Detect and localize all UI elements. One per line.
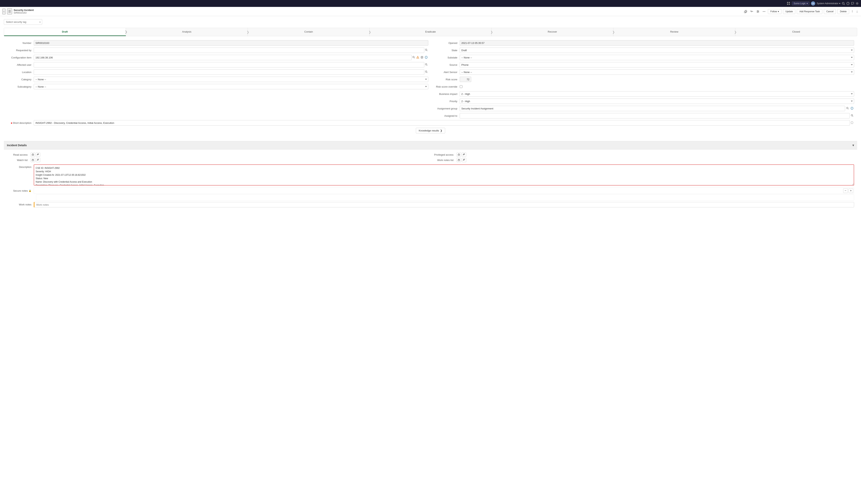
stage-tab-contain[interactable]: Contain: [248, 28, 370, 36]
delete-button[interactable]: Delete: [837, 9, 849, 14]
work-notes-section: Work notes: [4, 202, 857, 207]
svg-point-37: [851, 114, 853, 116]
activity-button[interactable]: [750, 9, 754, 14]
svg-rect-42: [32, 160, 34, 161]
access-right-column: Privileged access: [433, 152, 854, 162]
business-impact-select[interactable]: 2 - High: [460, 91, 854, 97]
more-button[interactable]: [762, 9, 766, 14]
up-arrow-button[interactable]: ↑: [851, 9, 854, 14]
requested-by-search-icon[interactable]: [424, 48, 428, 52]
state-select[interactable]: Draft: [460, 47, 854, 53]
alert-sensor-select[interactable]: -- None --: [460, 69, 854, 75]
subcategory-select[interactable]: -- None --: [34, 84, 428, 89]
svg-point-16: [764, 11, 764, 12]
activity-icon: [750, 10, 753, 13]
privileged-access-lock-icon[interactable]: [457, 152, 461, 157]
down-arrow-button[interactable]: ↓: [856, 9, 859, 14]
secure-notes-label: Secure notes 🔒: [7, 189, 34, 192]
location-search-icon[interactable]: [424, 70, 428, 74]
security-tag-select[interactable]: Select security tag: [4, 19, 42, 25]
short-description-row: Short description i: [4, 120, 857, 125]
category-select[interactable]: -- None --: [34, 77, 428, 82]
svg-point-31: [425, 71, 427, 72]
description-textarea[interactable]: CSE ID: INSIGHT-2992 Severity: HIGH Insi…: [34, 164, 854, 186]
stage-tab-recover[interactable]: Recover: [492, 28, 613, 36]
incident-details-header[interactable]: Incident Details ▾: [4, 141, 857, 149]
assigned-to-field: [460, 113, 854, 119]
secure-notes-plus-button[interactable]: +: [849, 188, 853, 193]
secure-notes-minus-button[interactable]: −: [843, 188, 848, 193]
toolbar: Follow ▾ Update Add Response Task Cancel…: [743, 9, 859, 14]
user-avatar: SA: [811, 1, 815, 5]
follow-button[interactable]: Follow ▾: [768, 9, 781, 14]
opened-row: Opened: [433, 40, 854, 46]
requested-by-input[interactable]: [34, 47, 424, 53]
help-button[interactable]: ?: [846, 2, 849, 5]
svg-point-4: [842, 2, 844, 4]
work-notes-label: Work notes: [7, 202, 34, 206]
assignment-group-search-icon[interactable]: [846, 107, 849, 110]
add-response-label: Add Response Task: [799, 10, 820, 13]
config-item-search-icon[interactable]: [412, 56, 416, 59]
back-button[interactable]: ‹: [2, 9, 5, 14]
stage-tab-review[interactable]: Review: [613, 28, 735, 36]
config-item-alert-icon[interactable]: [416, 56, 420, 59]
watch-list-share-icon[interactable]: [36, 158, 40, 162]
svg-point-12: [757, 10, 758, 11]
work-notes-list-share-icon[interactable]: [462, 158, 466, 162]
stage-tab-analysis[interactable]: Analysis: [126, 28, 248, 36]
user-menu[interactable]: System Administrator ▾: [817, 2, 840, 5]
stage-tab-draft[interactable]: Draft: [4, 28, 126, 36]
form-right-column: Opened State Draft Substate -- None -- S…: [433, 40, 854, 120]
knowledge-results-button[interactable]: Knowledge results ❯: [416, 128, 445, 133]
form-fields: Number Requested by Config: [4, 40, 857, 120]
source-select[interactable]: Phone: [460, 62, 854, 67]
attach-button[interactable]: [743, 9, 748, 14]
affected-user-label: Affected user: [7, 64, 34, 66]
location-input[interactable]: [34, 69, 424, 75]
config-item-row: Configuration item: [7, 55, 428, 60]
stage-tabs: Draft Analysis Contain Eradicate Recover…: [4, 28, 857, 36]
customize-button[interactable]: [756, 9, 760, 14]
settings-button[interactable]: [856, 2, 859, 5]
menu-button[interactable]: ☰: [7, 9, 12, 14]
assigned-to-input[interactable]: [460, 113, 850, 119]
app-switcher[interactable]: [787, 2, 790, 5]
stage-tab-eradicate[interactable]: Eradicate: [370, 28, 492, 36]
substate-select[interactable]: -- None --: [460, 55, 854, 60]
short-description-input[interactable]: [34, 120, 850, 125]
svg-line-21: [414, 58, 415, 58]
svg-line-32: [427, 72, 427, 73]
risk-score-override-checkbox[interactable]: [460, 85, 462, 88]
priority-select[interactable]: 2 - High: [460, 98, 854, 104]
read-access-share-icon[interactable]: [36, 152, 40, 157]
work-notes-input[interactable]: [34, 202, 854, 207]
assignment-group-info-icon[interactable]: i: [850, 107, 854, 111]
opened-input: [460, 40, 854, 45]
assignment-group-input[interactable]: [460, 106, 845, 111]
sumo-logic-selector[interactable]: Sumo Logic ▾: [792, 1, 809, 5]
read-access-lock-icon[interactable]: [31, 152, 35, 157]
risk-score-input: [460, 77, 471, 82]
cancel-button[interactable]: Cancel: [824, 9, 836, 14]
assignment-group-row: Assignment group i: [433, 106, 854, 111]
risk-score-override-row: Risk score override: [433, 84, 854, 90]
assigned-to-search-icon[interactable]: [850, 114, 854, 118]
affected-user-search-icon[interactable]: [424, 63, 428, 67]
risk-score-row: Risk score: [433, 77, 854, 82]
svg-text:i: i: [852, 108, 852, 109]
stage-tab-closed[interactable]: Closed: [735, 28, 857, 36]
config-item-ci-icon[interactable]: [420, 56, 424, 59]
search-button[interactable]: [842, 2, 845, 5]
assigned-to-label: Assigned to: [433, 114, 460, 117]
work-notes-list-lock-icon[interactable]: [457, 158, 461, 162]
config-item-input[interactable]: [34, 55, 412, 60]
form-left-column: Number Requested by Config: [7, 40, 428, 120]
privileged-access-share-icon[interactable]: [462, 152, 466, 157]
affected-user-input[interactable]: [34, 62, 424, 67]
watch-list-lock-icon[interactable]: [31, 158, 35, 162]
add-response-task-button[interactable]: Add Response Task: [797, 9, 822, 14]
chat-button[interactable]: [851, 2, 854, 5]
config-item-info-icon[interactable]: i: [424, 56, 428, 59]
update-button[interactable]: Update: [783, 9, 795, 14]
